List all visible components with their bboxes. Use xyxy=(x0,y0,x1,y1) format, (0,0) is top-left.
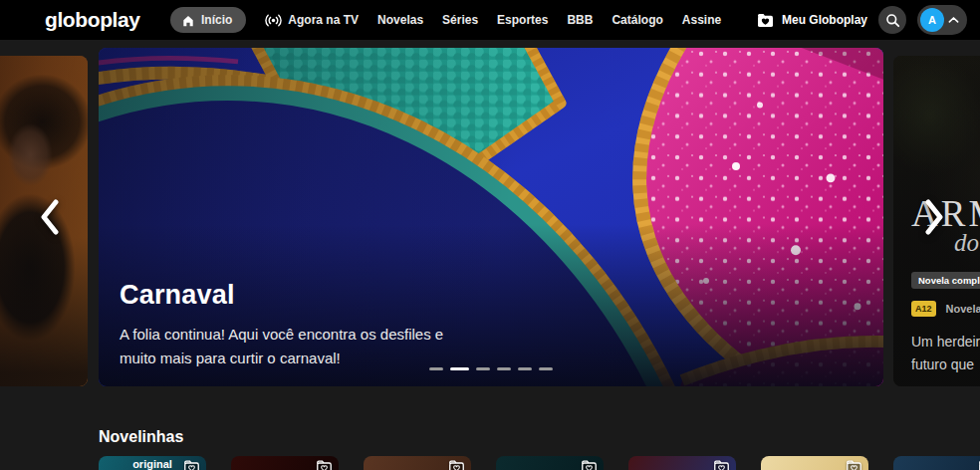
folder-heart-icon xyxy=(713,460,730,470)
next-card-title-script: do xyxy=(954,229,980,257)
nav-item-label: Esportes xyxy=(497,13,548,27)
folder-heart-icon xyxy=(756,13,775,28)
hero-info: Carnaval A folia continua! Aqui você enc… xyxy=(120,280,548,370)
chevron-up-icon xyxy=(948,16,959,24)
hero-description: A folia continua! Aqui você encontra os … xyxy=(120,323,548,370)
nav-item-inicio[interactable]: Início xyxy=(170,7,246,33)
age-rating-badge: A12 xyxy=(911,301,936,317)
top-navbar: globoplay InícioAgora na TVNovelasSéries… xyxy=(0,0,980,40)
nav-item-novelas[interactable]: Novelas xyxy=(377,13,423,27)
folder-heart-icon xyxy=(846,460,862,470)
nav-item-catalogo[interactable]: Catálogo xyxy=(612,13,662,27)
carousel-indicator-6[interactable] xyxy=(539,367,553,370)
header-right: Meu Globoplay A xyxy=(756,0,967,40)
carousel-indicator-1[interactable] xyxy=(429,367,443,370)
next-card-description-line2: futuro que xyxy=(911,356,974,372)
nav-item-esportes[interactable]: Esportes xyxy=(497,13,548,27)
nav-item-label: BBB xyxy=(567,13,593,27)
search-icon xyxy=(885,13,900,28)
carousel-indicator-4[interactable] xyxy=(497,367,511,370)
add-to-my-list-icon[interactable] xyxy=(183,460,200,470)
nav-item-label: Início xyxy=(201,13,232,27)
thumbnail-card-4[interactable] xyxy=(496,456,604,470)
carousel-indicator-3[interactable] xyxy=(476,367,490,370)
nav-item-label: Agora na TV xyxy=(288,13,359,27)
nav-item-label: Catálogo xyxy=(612,13,662,27)
next-card-description: Um herdeiro futuro que xyxy=(911,331,980,376)
meu-globoplay-link[interactable]: Meu Globoplay xyxy=(756,13,867,28)
main-nav: InícioAgora na TVNovelasSériesEsportesBB… xyxy=(170,0,721,40)
thumbnail-card-7[interactable] xyxy=(893,456,980,470)
next-card-description-line1: Um herdeiro xyxy=(911,334,980,350)
nav-item-label: Séries xyxy=(442,13,478,27)
thumbnail-card-3[interactable] xyxy=(364,456,471,470)
meu-globoplay-label: Meu Globoplay xyxy=(782,13,867,27)
nav-item-assine[interactable]: Assine xyxy=(682,13,721,27)
add-to-my-list-icon[interactable] xyxy=(581,460,598,470)
home-icon xyxy=(181,14,195,27)
account-menu[interactable]: A xyxy=(917,5,967,35)
globoplay-logo[interactable]: globoplay xyxy=(45,8,140,32)
nav-item-label: Assine xyxy=(682,13,721,27)
carousel-next-button[interactable] xyxy=(918,197,948,240)
novelinhas-thumbnail-row: original xyxy=(99,456,980,470)
thumbnail-card-2[interactable] xyxy=(231,456,339,470)
carousel-indicator-5[interactable] xyxy=(518,367,532,370)
thumbnail-card-5[interactable] xyxy=(628,456,736,470)
nav-item-bbb[interactable]: BBB xyxy=(567,13,593,27)
avatar: A xyxy=(920,8,944,32)
novela-completa-badge: Novela completa xyxy=(911,272,980,289)
chevron-left-icon xyxy=(36,225,66,240)
nav-item-series[interactable]: Séries xyxy=(442,13,478,27)
hero-description-line2: muito mais para curtir o carnaval! xyxy=(120,350,341,366)
carousel-prev-button[interactable] xyxy=(36,197,66,240)
section-title-novelinhas: Novelinhas xyxy=(99,428,183,446)
next-card-meta: A12 Novela xyxy=(911,301,980,317)
broadcast-icon xyxy=(265,14,282,27)
add-to-my-list-icon[interactable] xyxy=(448,460,465,470)
carousel-indicator-2[interactable] xyxy=(450,367,469,370)
chevron-right-icon xyxy=(918,225,948,240)
folder-heart-icon xyxy=(316,460,333,470)
next-card-category: Novela xyxy=(946,303,980,315)
carousel-hero-card[interactable]: Carnaval A folia continua! Aqui você enc… xyxy=(99,48,883,386)
search-button[interactable] xyxy=(878,6,906,34)
folder-heart-icon xyxy=(581,460,598,470)
folder-heart-icon xyxy=(448,460,465,470)
thumbnail-card-1[interactable]: original xyxy=(99,456,206,470)
folder-heart-icon xyxy=(183,460,200,470)
add-to-my-list-icon[interactable] xyxy=(316,460,333,470)
nav-item-label: Novelas xyxy=(377,13,423,27)
hero-carousel: Carnaval A folia continua! Aqui você enc… xyxy=(0,48,980,386)
hero-description-line1: A folia continua! Aqui você encontra os … xyxy=(120,326,443,343)
hero-title: Carnaval xyxy=(120,280,548,311)
nav-item-agora-na-tv[interactable]: Agora na TV xyxy=(265,13,359,27)
add-to-my-list-icon[interactable] xyxy=(846,460,862,470)
add-to-my-list-icon[interactable] xyxy=(713,460,730,470)
carousel-indicators xyxy=(429,367,553,370)
thumbnail-card-6[interactable] xyxy=(761,456,868,470)
